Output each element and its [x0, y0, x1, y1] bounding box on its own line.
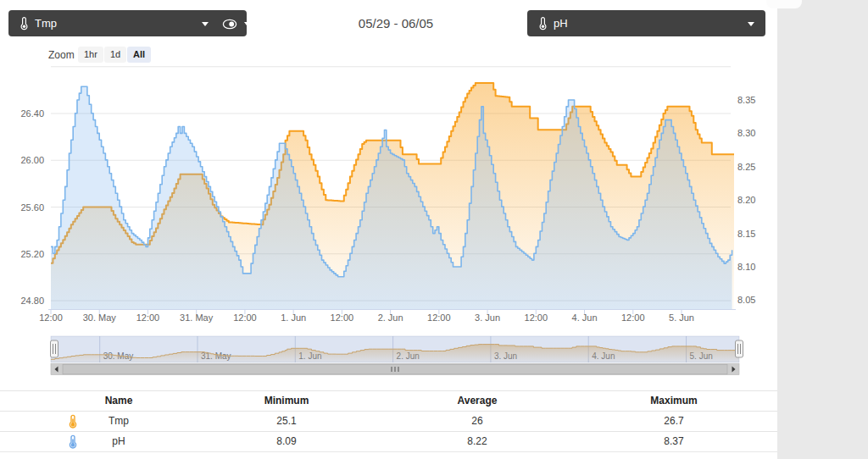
desktop-gutter [777, 0, 868, 459]
row-average: 8.22 [392, 432, 562, 451]
x-axis-label: 30. May [83, 312, 117, 323]
right-sensor-label: pH [554, 17, 568, 30]
navigator-handle-right[interactable] [736, 340, 743, 357]
visibility-menu[interactable] [222, 18, 241, 33]
chevron-down-icon[interactable] [202, 22, 209, 26]
chevron-down-icon[interactable] [244, 22, 249, 25]
x-axis-label: 5. Jun [669, 312, 694, 323]
x-axis-label: 1. Jun [281, 312, 306, 323]
x-axis-label: 12:00 [39, 312, 63, 323]
zoom-all-button[interactable]: All [127, 47, 151, 63]
y-left-tick-label: 26.00 [20, 155, 44, 165]
navigator-handle-left[interactable] [51, 340, 58, 357]
row-name: pH [17, 432, 220, 451]
table-header-row: Name Minimum Average Maximum [0, 390, 777, 411]
date-range: 05/29 - 06/05 [311, 16, 481, 30]
x-axis-label: 12:00 [525, 312, 548, 323]
zoom-label: Zoom [48, 49, 75, 61]
x-axis-label: 12:00 [233, 312, 257, 323]
y-right-tick-label: 8.25 [737, 162, 755, 172]
left-sensor-dropdown[interactable]: Tmp [8, 10, 247, 36]
dashboard-screen: 26.4026.0025.6025.2024.808.358.308.258.2… [0, 0, 868, 459]
x-axis-label: 4. Jun [572, 312, 598, 323]
y-right-tick-label: 8.15 [737, 229, 755, 239]
chevron-down-icon[interactable] [748, 22, 754, 26]
x-axis-label: 12:00 [427, 312, 451, 323]
x-axis-label: 12:00 [621, 312, 645, 323]
y-left-tick-label: 25.20 [20, 249, 44, 259]
row-minimum: 8.09 [202, 432, 371, 451]
col-header-average: Average [392, 391, 562, 411]
y-right-tick-label: 8.30 [737, 128, 755, 138]
eye-icon [222, 19, 241, 30]
thermometer-icon [19, 16, 29, 34]
x-axis-label: 31. May [180, 312, 214, 323]
col-header-name: Name [17, 391, 220, 411]
y-left-tick-label: 24.80 [20, 296, 44, 306]
zoom-1d-button[interactable]: 1d [104, 47, 126, 63]
y-left-tick-label: 26.40 [20, 108, 44, 119]
right-sensor-dropdown[interactable]: pH [527, 10, 765, 36]
y-right-tick-label: 8.20 [737, 195, 755, 205]
row-name: Tmp [17, 412, 220, 431]
table-row: pH 8.09 8.22 8.37 [0, 431, 777, 452]
y-left-tick-label: 25.60 [20, 202, 44, 213]
thermometer-icon [538, 16, 548, 34]
y-right-tick-label: 8.05 [737, 295, 755, 305]
row-average: 26 [392, 412, 562, 431]
row-minimum: 25.1 [202, 412, 371, 431]
table-row: Tmp 25.1 26 26.7 [0, 411, 777, 431]
col-header-minimum: Minimum [202, 391, 371, 411]
x-axis-label: 2. Jun [378, 312, 403, 323]
row-maximum: 26.7 [589, 412, 759, 431]
zoom-1hr-button[interactable]: 1hr [78, 47, 103, 63]
stats-table: Name Minimum Average Maximum Tmp 25.1 26… [0, 390, 777, 452]
y-right-tick-label: 8.35 [737, 95, 755, 105]
x-axis-label: 12:00 [136, 312, 160, 323]
window-notch [766, 0, 802, 8]
row-maximum: 8.37 [589, 432, 759, 451]
left-sensor-label: Tmp [35, 17, 57, 30]
x-axis-label: 3. Jun [475, 312, 500, 323]
x-axis-label: 12:00 [331, 312, 354, 323]
col-header-maximum: Maximum [589, 391, 759, 411]
y-right-tick-label: 8.10 [737, 262, 755, 272]
